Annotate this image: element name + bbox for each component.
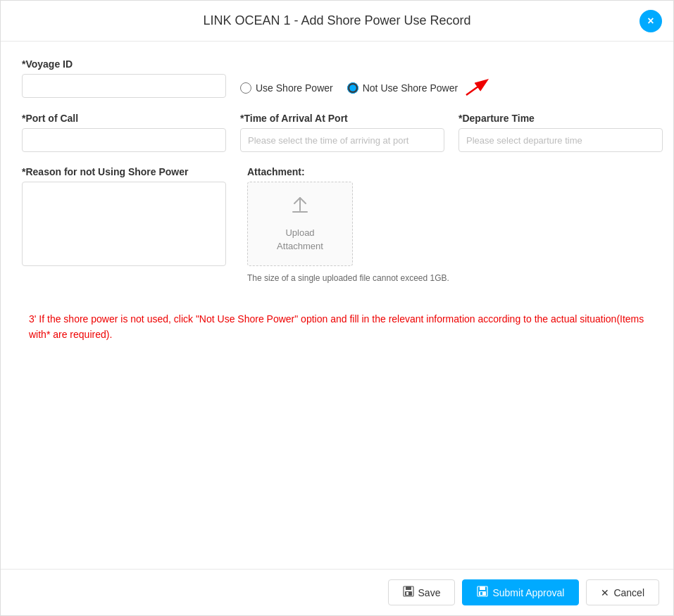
- attachment-label: Attachment:: [247, 166, 449, 177]
- upload-text: Upload Attachment: [277, 227, 323, 252]
- voyage-id-input[interactable]: [22, 74, 226, 98]
- upload-icon: [289, 195, 311, 221]
- svg-rect-5: [480, 586, 485, 590]
- svg-rect-7: [480, 592, 482, 595]
- svg-rect-3: [406, 592, 408, 595]
- modal-body: *Voyage ID Use Shore Power Not Use Shore…: [1, 42, 673, 569]
- arrival-time-group: *Time of Arrival At Port: [240, 113, 444, 152]
- arrival-time-input[interactable]: [240, 128, 444, 152]
- modal-footer: Save Submit Approval ✕ Cancel: [1, 569, 673, 615]
- departure-time-label: *Departure Time: [458, 113, 663, 124]
- submit-label: Submit Approval: [492, 587, 564, 598]
- departure-time-input[interactable]: [458, 128, 663, 152]
- reason-textarea[interactable]: [22, 182, 226, 266]
- modal-title: LINK OCEAN 1 - Add Shore Power Use Recor…: [203, 13, 470, 28]
- use-shore-power-radio[interactable]: [240, 82, 251, 94]
- voyage-id-group: *Voyage ID: [22, 58, 226, 98]
- reason-attachment-section: *Reason for not Using Shore Power Attach…: [22, 166, 652, 283]
- cancel-icon: ✕: [601, 587, 609, 598]
- save-label: Save: [418, 587, 441, 598]
- close-icon: ×: [647, 15, 654, 27]
- file-size-note: The size of a single uploaded file canno…: [247, 273, 449, 283]
- port-of-call-label: *Port of Call: [22, 113, 226, 124]
- modal-header: LINK OCEAN 1 - Add Shore Power Use Recor…: [1, 1, 673, 42]
- save-icon: [403, 586, 414, 599]
- svg-rect-1: [406, 586, 411, 590]
- not-use-shore-power-radio[interactable]: [347, 82, 358, 94]
- not-use-shore-power-label: Not Use Shore Power: [363, 82, 458, 94]
- close-button[interactable]: ×: [639, 10, 662, 32]
- use-shore-power-label: Use Shore Power: [256, 82, 333, 94]
- cancel-button[interactable]: ✕ Cancel: [586, 579, 659, 605]
- reason-label: *Reason for not Using Shore Power: [22, 166, 226, 177]
- modal-container: LINK OCEAN 1 - Add Shore Power Use Recor…: [0, 0, 674, 616]
- cancel-label: Cancel: [613, 587, 644, 598]
- upload-attachment-button[interactable]: Upload Attachment: [247, 182, 353, 266]
- info-note: 3' If the shore power is not used, click…: [22, 311, 652, 343]
- save-button[interactable]: Save: [388, 579, 456, 605]
- submit-approval-button[interactable]: Submit Approval: [462, 579, 579, 605]
- row-voyage: *Voyage ID Use Shore Power Not Use Shore…: [22, 58, 652, 99]
- attachment-group: Attachment: Upload Attachment The s: [247, 166, 449, 283]
- use-shore-power-option[interactable]: Use Shore Power: [240, 82, 333, 94]
- reason-group: *Reason for not Using Shore Power: [22, 166, 226, 283]
- arrow-icon: [465, 77, 490, 99]
- port-of-call-input[interactable]: [22, 128, 226, 152]
- port-of-call-group: *Port of Call: [22, 113, 226, 152]
- shore-power-radio-group: Use Shore Power Not Use Shore Power: [240, 77, 490, 99]
- arrival-time-label: *Time of Arrival At Port: [240, 113, 444, 124]
- voyage-id-label: *Voyage ID: [22, 58, 226, 70]
- row-port-times: *Port of Call *Time of Arrival At Port *…: [22, 113, 652, 152]
- departure-time-group: *Departure Time: [458, 113, 663, 152]
- submit-icon: [477, 586, 488, 599]
- not-use-shore-power-option[interactable]: Not Use Shore Power: [347, 77, 490, 99]
